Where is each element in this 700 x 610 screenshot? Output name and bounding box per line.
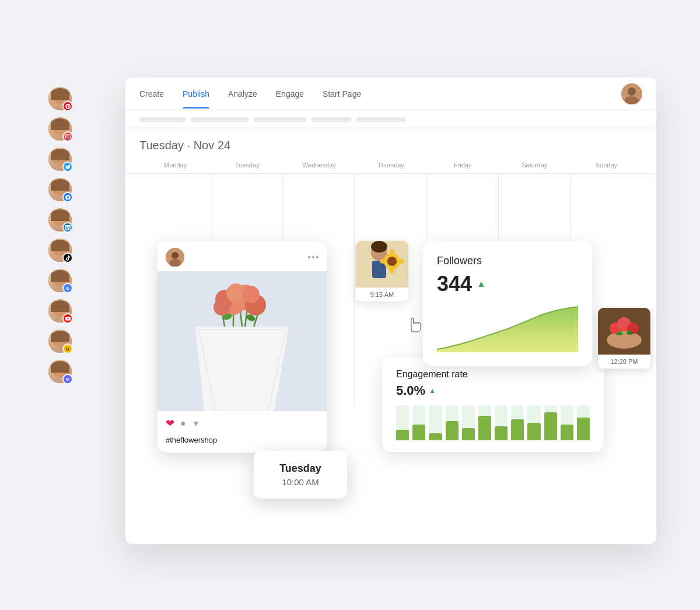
engagement-value: 5.0% ▲ bbox=[396, 383, 590, 398]
svg-point-28 bbox=[387, 257, 397, 266]
account-instagram[interactable] bbox=[44, 117, 128, 141]
svg-point-4 bbox=[172, 252, 178, 259]
eng-bar-3 bbox=[429, 405, 442, 440]
calendar-date-value: Nov 24 bbox=[194, 139, 230, 152]
heart-icon[interactable]: ❤ bbox=[166, 417, 174, 430]
comment-icon[interactable]: ● bbox=[180, 418, 186, 429]
engagement-chart bbox=[396, 405, 590, 440]
badge-youtube-icon bbox=[62, 313, 73, 324]
avatar-google: G bbox=[48, 269, 72, 292]
svg-point-1 bbox=[628, 87, 636, 96]
post-actions: ❤ ● ▼ bbox=[158, 411, 327, 436]
svg-point-29 bbox=[390, 249, 394, 256]
eng-bar-5 bbox=[462, 405, 475, 440]
account-mastodon[interactable]: M bbox=[44, 360, 128, 383]
day-header-saturday: Saturday bbox=[499, 157, 570, 173]
post-author-avatar bbox=[166, 248, 184, 267]
avatar-tiktok bbox=[48, 239, 72, 262]
eng-bar-7 bbox=[495, 405, 508, 440]
day-header-monday: Monday bbox=[139, 157, 211, 173]
account-tiktok[interactable] bbox=[44, 239, 128, 262]
share-icon[interactable]: ▼ bbox=[192, 419, 200, 428]
badge-linkedin-icon bbox=[62, 222, 73, 233]
svg-marker-8 bbox=[195, 327, 289, 411]
calendar-grid: Monday Tuesday Wednesday Thursday Friday… bbox=[125, 157, 656, 173]
post-image bbox=[158, 271, 327, 411]
eng-bar-1 bbox=[396, 405, 409, 440]
engagement-widget: Engagement rate 5.0% ▲ bbox=[382, 357, 604, 452]
avatar-pinterest bbox=[48, 87, 72, 110]
svg-point-40 bbox=[626, 331, 634, 335]
account-youtube[interactable] bbox=[44, 299, 128, 322]
social-accounts-sidebar: G B M bbox=[44, 78, 128, 544]
eng-bar-10 bbox=[544, 405, 557, 440]
badge-twitter-icon bbox=[62, 162, 73, 172]
day-header-tuesday: Tuesday bbox=[211, 157, 283, 173]
calendar-separator: · bbox=[187, 139, 191, 152]
avatar-mastodon: M bbox=[48, 360, 72, 383]
avatar-facebook bbox=[48, 178, 72, 201]
eng-bar-11 bbox=[561, 405, 573, 440]
badge-tiktok-icon bbox=[62, 253, 73, 263]
calendar-header: Tuesday · Nov 24 bbox=[125, 129, 656, 157]
engagement-title: Engagement rate bbox=[396, 369, 590, 380]
subnav-pill-5 bbox=[356, 117, 406, 122]
svg-point-31 bbox=[380, 259, 387, 264]
eng-bar-12 bbox=[577, 405, 590, 440]
account-twitter[interactable] bbox=[44, 148, 128, 171]
schedule-time: 10:00 AM bbox=[270, 477, 331, 487]
badge-google-icon: G bbox=[62, 283, 73, 293]
top-navigation: Create Publish Analyze Engage Start Page bbox=[125, 78, 656, 110]
subnav-pill-2 bbox=[191, 117, 249, 122]
calendar-day-name: Tuesday bbox=[139, 139, 184, 152]
tab-create[interactable]: Create bbox=[139, 80, 164, 108]
subnav-pill-4 bbox=[311, 117, 352, 122]
subnav-pill-1 bbox=[139, 117, 186, 122]
avatar-gbusiness: B bbox=[48, 329, 72, 353]
tab-start-page[interactable]: Start Page bbox=[323, 80, 361, 108]
eng-bar-8 bbox=[511, 405, 524, 440]
day-header-friday: Friday bbox=[427, 157, 499, 173]
schedule-day: Tuesday bbox=[270, 462, 331, 475]
tab-engage[interactable]: Engage bbox=[276, 80, 304, 108]
svg-point-19 bbox=[214, 299, 230, 315]
dot-1 bbox=[308, 256, 310, 258]
badge-mastodon-icon: M bbox=[62, 374, 73, 384]
calendar-date: Tuesday · Nov 24 bbox=[139, 139, 642, 152]
scheduled-thumb-1-image bbox=[356, 241, 408, 288]
scheduled-post-2[interactable]: 12:20 PM bbox=[598, 308, 650, 369]
post-options-dots[interactable] bbox=[308, 256, 318, 258]
tab-publish[interactable]: Publish bbox=[183, 80, 209, 108]
followers-trend-icon: ▲ bbox=[477, 279, 486, 289]
tab-analyze[interactable]: Analyze bbox=[228, 80, 257, 108]
eng-bar-6 bbox=[478, 405, 491, 440]
followers-title: Followers bbox=[437, 255, 578, 267]
followers-value: 344 ▲ bbox=[437, 272, 578, 296]
badge-instagram-icon bbox=[62, 131, 73, 142]
day-header-thursday: Thursday bbox=[355, 157, 426, 173]
schedule-popup: Tuesday 10:00 AM bbox=[254, 451, 347, 499]
eng-bar-4 bbox=[446, 405, 459, 440]
scheduled-thumb-2-time: 12:20 PM bbox=[598, 355, 650, 369]
svg-point-39 bbox=[616, 332, 623, 335]
dot-3 bbox=[316, 256, 318, 258]
account-gbusiness[interactable]: B bbox=[44, 329, 128, 353]
user-avatar[interactable] bbox=[621, 83, 642, 104]
calendar-subnav bbox=[125, 110, 656, 129]
post-card: ❤ ● ▼ #theflowershop bbox=[158, 241, 327, 453]
account-linkedin[interactable] bbox=[44, 208, 128, 232]
svg-point-20 bbox=[242, 286, 260, 303]
badge-facebook-icon bbox=[62, 192, 73, 202]
svg-point-30 bbox=[390, 267, 394, 274]
avatar-instagram bbox=[48, 117, 72, 141]
scheduled-thumb-2-image bbox=[598, 308, 650, 355]
dot-2 bbox=[312, 256, 314, 258]
svg-point-35 bbox=[607, 331, 642, 349]
engagement-trend-icon: ▲ bbox=[429, 387, 436, 395]
followers-chart bbox=[437, 306, 578, 352]
account-pinterest[interactable] bbox=[44, 87, 128, 110]
account-facebook[interactable] bbox=[44, 178, 128, 201]
scheduled-post-1[interactable]: 9:15 AM bbox=[356, 241, 408, 302]
badge-pinterest-icon bbox=[62, 101, 73, 111]
account-google[interactable]: G bbox=[44, 269, 128, 292]
